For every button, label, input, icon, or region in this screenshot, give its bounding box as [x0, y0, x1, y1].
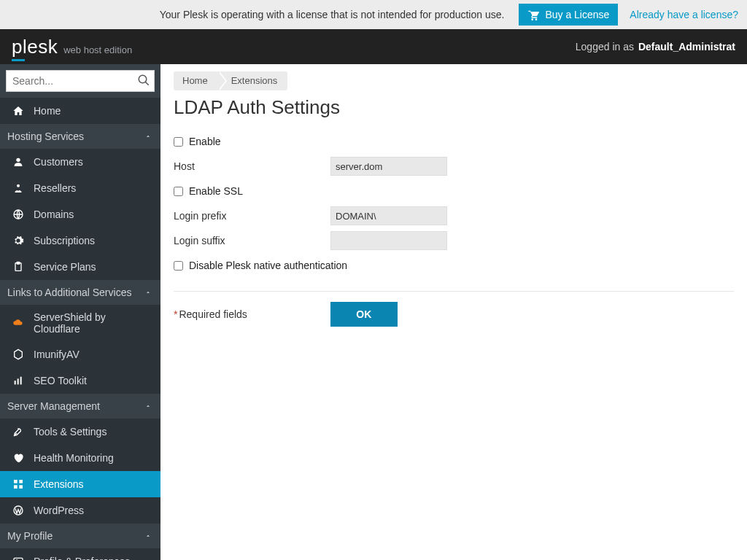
logged-in-prefix: Logged in as	[576, 41, 634, 52]
sidebar-item-imunifyav[interactable]: ImunifyAV	[0, 341, 160, 368]
login-suffix-label: Login suffix	[174, 235, 330, 246]
main-content: Home Extensions LDAP Auth Settings Enabl…	[160, 64, 747, 560]
enable-label: Enable	[189, 136, 221, 147]
ok-button[interactable]: OK	[330, 302, 398, 327]
search	[6, 70, 155, 92]
host-input[interactable]	[330, 157, 447, 176]
sidebar-item-label: Profile & Preferences	[34, 556, 149, 560]
svg-rect-13	[19, 485, 23, 489]
svg-point-3	[17, 184, 20, 187]
enable-checkbox[interactable]	[174, 137, 183, 147]
globe-icon	[12, 208, 25, 221]
sidebar-item-label: Resellers	[34, 182, 149, 194]
sidebar-item-label: Service Plans	[34, 261, 149, 273]
sidebar-item-label: SEO Toolkit	[34, 375, 149, 386]
sidebar-item-service-plans[interactable]: Service Plans	[0, 254, 160, 280]
disable-native-label: Disable Plesk native authentication	[189, 260, 347, 271]
breadcrumb-extensions[interactable]: Extensions	[218, 71, 288, 90]
sidebar-item-customers[interactable]: Customers	[0, 149, 160, 175]
extensions-icon	[12, 478, 25, 491]
sidebar-item-home[interactable]: Home	[0, 98, 160, 124]
sidebar-item-label: Tools & Settings	[34, 426, 149, 438]
login-prefix-input[interactable]	[330, 206, 447, 225]
chart-icon	[12, 374, 25, 387]
cloudflare-icon	[12, 316, 25, 330]
required-fields-note: *Required fields	[174, 308, 247, 320]
chevron-up-icon	[144, 289, 152, 296]
row-disable-native: Disable Plesk native authentication	[174, 253, 734, 278]
ssl-label: Enable SSL	[189, 185, 243, 197]
breadcrumb: Home Extensions	[174, 71, 734, 90]
svg-rect-10	[14, 480, 18, 483]
license-message: Your Plesk is operating with a license t…	[160, 9, 505, 20]
buy-license-label: Buy a License	[545, 9, 609, 20]
sidebar-section-label: Hosting Services	[7, 131, 84, 142]
home-icon	[12, 104, 25, 117]
sidebar-section-server-mgmt[interactable]: Server Management	[0, 394, 160, 419]
card-icon	[12, 555, 25, 560]
breadcrumb-home[interactable]: Home	[174, 71, 218, 90]
topbar: plesk web host edition Logged in as Defa…	[0, 29, 747, 64]
sidebar-item-label: Customers	[34, 156, 149, 168]
sidebar-item-label: WordPress	[34, 505, 149, 516]
ssl-checkbox[interactable]	[174, 187, 183, 196]
chevron-up-icon	[144, 532, 152, 540]
sidebar-item-servershield[interactable]: ServerShield by Cloudflare	[0, 305, 160, 341]
sidebar-item-label: ServerShield by Cloudflare	[34, 311, 149, 335]
tools-icon	[12, 425, 25, 438]
sidebar-item-resellers[interactable]: Resellers	[0, 175, 160, 201]
sidebar-section-links[interactable]: Links to Additional Services	[0, 280, 160, 305]
sidebar-item-label: Home	[34, 105, 149, 117]
login-prefix-label: Login prefix	[174, 210, 330, 222]
clipboard-icon	[12, 260, 25, 273]
sidebar-section-label: Server Management	[7, 400, 100, 412]
wordpress-icon	[12, 504, 25, 517]
row-ssl: Enable SSL	[174, 179, 734, 203]
host-label: Host	[174, 160, 330, 172]
buy-license-button[interactable]: Buy a License	[519, 4, 618, 26]
svg-rect-8	[18, 378, 19, 384]
sidebar-item-health-monitoring[interactable]: Health Monitoring	[0, 445, 160, 471]
svg-rect-12	[14, 485, 18, 489]
asterisk-icon: *	[174, 308, 177, 320]
logged-in-user[interactable]: Default_Administrat	[638, 41, 735, 52]
brand-edition: web host edition	[63, 44, 132, 55]
hexagon-icon	[12, 348, 25, 361]
sidebar-item-subscriptions[interactable]: Subscriptions	[0, 228, 160, 254]
login-suffix-input[interactable]	[330, 231, 447, 250]
sidebar-section-profile[interactable]: My Profile	[0, 524, 160, 548]
reseller-icon	[12, 182, 25, 195]
page-title: LDAP Auth Settings	[174, 96, 734, 119]
row-login-suffix: Login suffix	[174, 228, 734, 253]
svg-rect-6	[17, 262, 20, 264]
gear-icon	[12, 234, 25, 247]
disable-native-checkbox[interactable]	[174, 261, 183, 271]
license-banner: Your Plesk is operating with a license t…	[0, 0, 747, 29]
sidebar: Home Hosting Services Customers Reseller…	[0, 64, 160, 560]
sidebar-item-profile-preferences[interactable]: Profile & Preferences	[0, 548, 160, 560]
brand: plesk web host edition	[12, 36, 132, 58]
already-have-license-link[interactable]: Already have a license?	[630, 9, 738, 20]
search-icon[interactable]	[137, 74, 150, 87]
heart-icon	[12, 451, 25, 464]
cart-icon	[527, 9, 539, 20]
row-login-prefix: Login prefix	[174, 203, 734, 228]
sidebar-section-label: Links to Additional Services	[7, 287, 131, 298]
brand-logo: plesk	[12, 36, 58, 58]
sidebar-item-seo-toolkit[interactable]: SEO Toolkit	[0, 368, 160, 394]
sidebar-item-label: Subscriptions	[34, 235, 149, 246]
svg-line-1	[145, 82, 149, 85]
sidebar-item-tools-settings[interactable]: Tools & Settings	[0, 419, 160, 445]
sidebar-item-extensions[interactable]: Extensions	[0, 471, 160, 497]
sidebar-item-domains[interactable]: Domains	[0, 201, 160, 228]
search-input[interactable]	[6, 70, 155, 92]
sidebar-section-hosting[interactable]: Hosting Services	[0, 124, 160, 149]
user-icon	[12, 155, 25, 168]
chevron-up-icon	[144, 133, 152, 140]
form-footer: *Required fields OK	[174, 302, 734, 327]
sidebar-item-label: Domains	[34, 209, 149, 220]
chevron-up-icon	[144, 402, 152, 410]
svg-point-0	[139, 75, 147, 83]
sidebar-item-wordpress[interactable]: WordPress	[0, 497, 160, 524]
sidebar-section-label: My Profile	[7, 530, 53, 542]
